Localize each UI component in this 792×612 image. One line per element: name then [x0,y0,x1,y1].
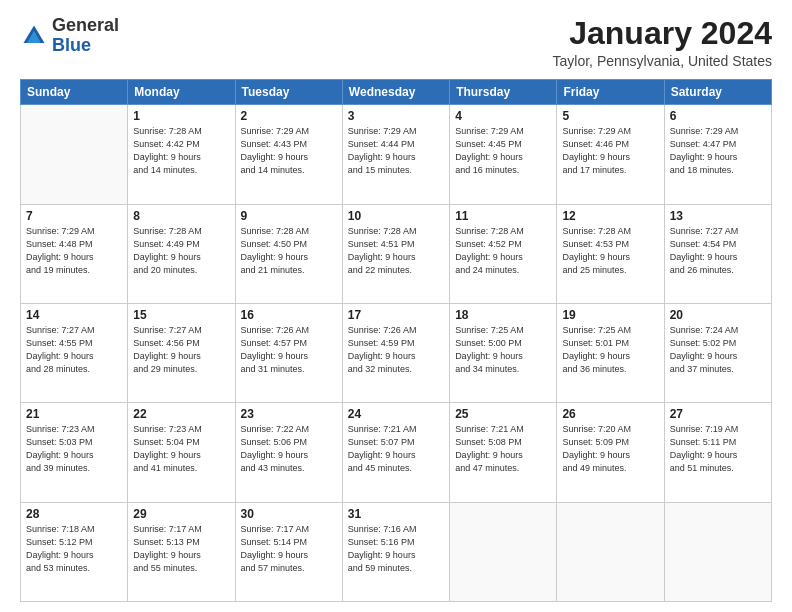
day-info: Sunrise: 7:27 AM Sunset: 4:55 PM Dayligh… [26,324,122,376]
header: General Blue January 2024 Taylor, Pennsy… [20,16,772,69]
day-number: 13 [670,209,766,223]
calendar-cell: 14Sunrise: 7:27 AM Sunset: 4:55 PM Dayli… [21,303,128,402]
calendar-cell: 1Sunrise: 7:28 AM Sunset: 4:42 PM Daylig… [128,105,235,204]
calendar-cell: 31Sunrise: 7:16 AM Sunset: 5:16 PM Dayli… [342,502,449,601]
day-info: Sunrise: 7:29 AM Sunset: 4:48 PM Dayligh… [26,225,122,277]
calendar-cell [21,105,128,204]
day-info: Sunrise: 7:27 AM Sunset: 4:56 PM Dayligh… [133,324,229,376]
calendar-cell: 13Sunrise: 7:27 AM Sunset: 4:54 PM Dayli… [664,204,771,303]
day-info: Sunrise: 7:29 AM Sunset: 4:44 PM Dayligh… [348,125,444,177]
calendar-week-1: 1Sunrise: 7:28 AM Sunset: 4:42 PM Daylig… [21,105,772,204]
calendar-cell: 22Sunrise: 7:23 AM Sunset: 5:04 PM Dayli… [128,403,235,502]
day-number: 10 [348,209,444,223]
calendar-cell: 12Sunrise: 7:28 AM Sunset: 4:53 PM Dayli… [557,204,664,303]
calendar-cell: 19Sunrise: 7:25 AM Sunset: 5:01 PM Dayli… [557,303,664,402]
day-of-week-sunday: Sunday [21,80,128,105]
calendar-cell: 9Sunrise: 7:28 AM Sunset: 4:50 PM Daylig… [235,204,342,303]
calendar-cell: 6Sunrise: 7:29 AM Sunset: 4:47 PM Daylig… [664,105,771,204]
day-info: Sunrise: 7:20 AM Sunset: 5:09 PM Dayligh… [562,423,658,475]
day-info: Sunrise: 7:18 AM Sunset: 5:12 PM Dayligh… [26,523,122,575]
day-info: Sunrise: 7:28 AM Sunset: 4:53 PM Dayligh… [562,225,658,277]
page: General Blue January 2024 Taylor, Pennsy… [0,0,792,612]
calendar-cell: 27Sunrise: 7:19 AM Sunset: 5:11 PM Dayli… [664,403,771,502]
calendar-cell: 2Sunrise: 7:29 AM Sunset: 4:43 PM Daylig… [235,105,342,204]
calendar-cell: 30Sunrise: 7:17 AM Sunset: 5:14 PM Dayli… [235,502,342,601]
day-of-week-monday: Monday [128,80,235,105]
day-of-week-wednesday: Wednesday [342,80,449,105]
calendar-cell: 24Sunrise: 7:21 AM Sunset: 5:07 PM Dayli… [342,403,449,502]
calendar-cell: 17Sunrise: 7:26 AM Sunset: 4:59 PM Dayli… [342,303,449,402]
day-of-week-tuesday: Tuesday [235,80,342,105]
day-info: Sunrise: 7:25 AM Sunset: 5:01 PM Dayligh… [562,324,658,376]
calendar-cell [664,502,771,601]
month-title: January 2024 [553,16,772,51]
day-info: Sunrise: 7:29 AM Sunset: 4:45 PM Dayligh… [455,125,551,177]
day-info: Sunrise: 7:17 AM Sunset: 5:13 PM Dayligh… [133,523,229,575]
day-number: 4 [455,109,551,123]
day-number: 11 [455,209,551,223]
day-number: 7 [26,209,122,223]
day-number: 18 [455,308,551,322]
day-info: Sunrise: 7:23 AM Sunset: 5:04 PM Dayligh… [133,423,229,475]
day-number: 15 [133,308,229,322]
day-number: 22 [133,407,229,421]
calendar-cell: 4Sunrise: 7:29 AM Sunset: 4:45 PM Daylig… [450,105,557,204]
calendar-week-4: 21Sunrise: 7:23 AM Sunset: 5:03 PM Dayli… [21,403,772,502]
day-number: 12 [562,209,658,223]
day-of-week-friday: Friday [557,80,664,105]
day-info: Sunrise: 7:22 AM Sunset: 5:06 PM Dayligh… [241,423,337,475]
day-info: Sunrise: 7:21 AM Sunset: 5:07 PM Dayligh… [348,423,444,475]
calendar-cell: 11Sunrise: 7:28 AM Sunset: 4:52 PM Dayli… [450,204,557,303]
day-info: Sunrise: 7:23 AM Sunset: 5:03 PM Dayligh… [26,423,122,475]
day-info: Sunrise: 7:26 AM Sunset: 4:59 PM Dayligh… [348,324,444,376]
day-info: Sunrise: 7:19 AM Sunset: 5:11 PM Dayligh… [670,423,766,475]
day-number: 29 [133,507,229,521]
logo: General Blue [20,16,119,56]
day-info: Sunrise: 7:28 AM Sunset: 4:50 PM Dayligh… [241,225,337,277]
day-number: 17 [348,308,444,322]
day-info: Sunrise: 7:28 AM Sunset: 4:49 PM Dayligh… [133,225,229,277]
day-number: 26 [562,407,658,421]
day-number: 27 [670,407,766,421]
day-info: Sunrise: 7:29 AM Sunset: 4:43 PM Dayligh… [241,125,337,177]
location: Taylor, Pennsylvania, United States [553,53,772,69]
day-number: 20 [670,308,766,322]
calendar-table: SundayMondayTuesdayWednesdayThursdayFrid… [20,79,772,602]
logo-blue: Blue [52,35,91,55]
day-info: Sunrise: 7:29 AM Sunset: 4:46 PM Dayligh… [562,125,658,177]
day-info: Sunrise: 7:26 AM Sunset: 4:57 PM Dayligh… [241,324,337,376]
logo-general: General [52,15,119,35]
logo-icon [20,22,48,50]
calendar-cell: 18Sunrise: 7:25 AM Sunset: 5:00 PM Dayli… [450,303,557,402]
calendar-cell: 16Sunrise: 7:26 AM Sunset: 4:57 PM Dayli… [235,303,342,402]
calendar-cell: 28Sunrise: 7:18 AM Sunset: 5:12 PM Dayli… [21,502,128,601]
day-of-week-thursday: Thursday [450,80,557,105]
day-info: Sunrise: 7:16 AM Sunset: 5:16 PM Dayligh… [348,523,444,575]
calendar-cell: 23Sunrise: 7:22 AM Sunset: 5:06 PM Dayli… [235,403,342,502]
day-number: 28 [26,507,122,521]
calendar-cell: 26Sunrise: 7:20 AM Sunset: 5:09 PM Dayli… [557,403,664,502]
calendar-week-3: 14Sunrise: 7:27 AM Sunset: 4:55 PM Dayli… [21,303,772,402]
day-number: 6 [670,109,766,123]
calendar-cell: 5Sunrise: 7:29 AM Sunset: 4:46 PM Daylig… [557,105,664,204]
calendar-cell: 25Sunrise: 7:21 AM Sunset: 5:08 PM Dayli… [450,403,557,502]
calendar-header-row: SundayMondayTuesdayWednesdayThursdayFrid… [21,80,772,105]
day-info: Sunrise: 7:28 AM Sunset: 4:42 PM Dayligh… [133,125,229,177]
day-number: 2 [241,109,337,123]
calendar-cell: 15Sunrise: 7:27 AM Sunset: 4:56 PM Dayli… [128,303,235,402]
day-number: 19 [562,308,658,322]
day-number: 5 [562,109,658,123]
calendar-cell [557,502,664,601]
day-of-week-saturday: Saturday [664,80,771,105]
day-number: 25 [455,407,551,421]
day-info: Sunrise: 7:17 AM Sunset: 5:14 PM Dayligh… [241,523,337,575]
day-info: Sunrise: 7:28 AM Sunset: 4:51 PM Dayligh… [348,225,444,277]
calendar-cell: 3Sunrise: 7:29 AM Sunset: 4:44 PM Daylig… [342,105,449,204]
calendar-cell [450,502,557,601]
day-number: 23 [241,407,337,421]
calendar-week-2: 7Sunrise: 7:29 AM Sunset: 4:48 PM Daylig… [21,204,772,303]
calendar-cell: 8Sunrise: 7:28 AM Sunset: 4:49 PM Daylig… [128,204,235,303]
day-number: 30 [241,507,337,521]
day-number: 8 [133,209,229,223]
day-number: 31 [348,507,444,521]
